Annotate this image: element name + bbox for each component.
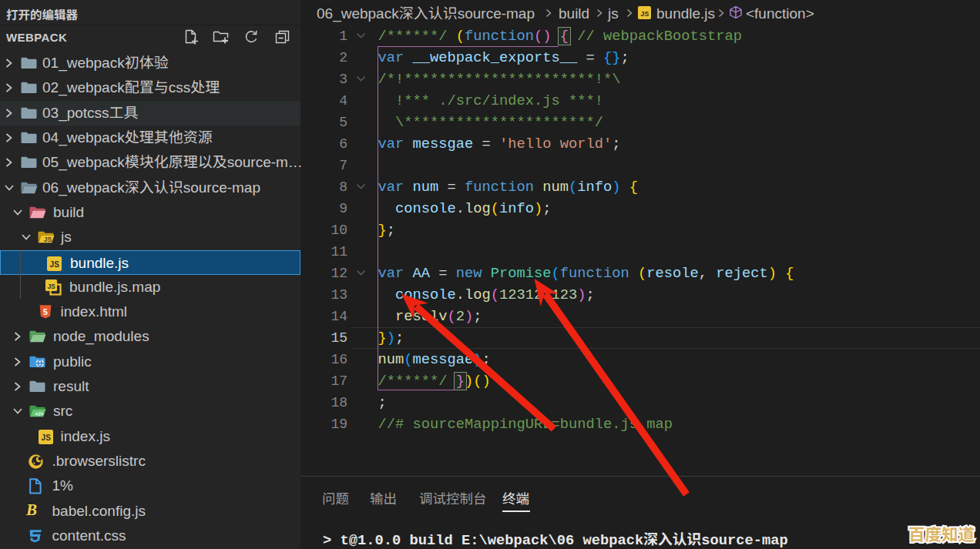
svg-text:百度知道: 百度知道 bbox=[908, 521, 975, 545]
